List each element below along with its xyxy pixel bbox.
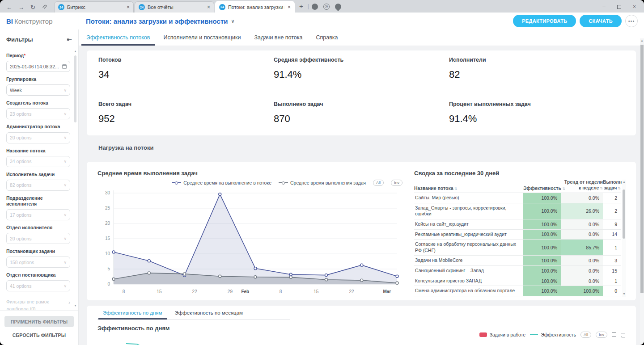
page-scrollbar[interactable]: ▲ — [640, 38, 644, 345]
tab-close-icon[interactable]: × — [127, 4, 130, 10]
history-clock-icon[interactable]: ◷ — [323, 4, 330, 10]
close-button[interactable]: × — [633, 4, 636, 9]
column-header-flow-name[interactable]: Название потока⇅ — [414, 185, 523, 191]
sort-icon[interactable]: ⇅ — [454, 187, 458, 191]
data-point[interactable] — [148, 272, 150, 274]
app-header: BIКонструктор Потоки: анализ загрузки и … — [0, 13, 644, 29]
table-row[interactable]: Консультации юристов ЗАПАД 100.0% 0.0% 1 — [414, 276, 621, 286]
link-icon[interactable] — [42, 4, 47, 10]
column-header-done[interactable]: Выполнено задач⇅ — [603, 179, 621, 191]
data-point[interactable] — [148, 260, 150, 262]
report-title[interactable]: Потоки: анализ загрузки и эффективности … — [86, 17, 235, 25]
column-header-trend[interactable]: Тренд от недели к неделе⇅ — [561, 179, 603, 191]
data-point[interactable] — [396, 275, 398, 278]
sort-icon[interactable]: ⇅ — [618, 186, 621, 190]
period-input[interactable]: 2025-01-06T14:08:32... — [6, 61, 70, 72]
data-point[interactable] — [112, 278, 115, 280]
browser-tab-reports[interactable]: 24 Все отчёты × — [135, 1, 214, 13]
table-row[interactable]: Смена администратора на облачном портале… — [414, 286, 621, 296]
legend-item-tasks-in-progress[interactable]: Задачи в работе — [479, 332, 526, 337]
table-scrollbar[interactable]: ▲ ▼ — [622, 180, 626, 297]
kpi-panel: Потоков 34 Средняя эффективность 91.4% И… — [87, 50, 636, 135]
minimize-button[interactable]: – — [602, 4, 606, 9]
tab-flows-effectiveness[interactable]: Эффективность потоков — [80, 29, 157, 46]
refresh-icon[interactable]: ↻ — [30, 4, 35, 10]
filter-select[interactable]: 41 options ∨ — [6, 280, 70, 291]
collapse-sidebar-icon[interactable]: ⇤ — [67, 36, 72, 43]
data-point[interactable] — [325, 274, 328, 277]
tab-performers-creators[interactable]: Исполнители и постановщики — [157, 29, 247, 46]
legend-all-button[interactable]: All — [373, 180, 384, 186]
table-row[interactable]: Запад_Смарты - запросы, корректировки, о… — [414, 203, 621, 219]
tab-close-icon[interactable]: × — [288, 4, 291, 10]
box-select-icon[interactable] — [612, 332, 616, 337]
tab-close-icon[interactable]: × — [207, 4, 210, 10]
back-icon[interactable]: ← — [6, 4, 12, 10]
scroll-up-icon[interactable]: ▲ — [640, 38, 644, 42]
apply-filters-button[interactable]: ПРИМЕНИТЬ ФИЛЬТРЫ — [4, 316, 74, 327]
table-row[interactable]: Рекламные креативы_юридический аудит 100… — [414, 230, 621, 240]
scrollbar-thumb[interactable] — [640, 45, 644, 293]
table-row[interactable]: Санкционный скрининг – Запад 100.0% 0.0%… — [414, 266, 621, 276]
legend-item-effectiveness[interactable]: Эффективность — [530, 332, 576, 337]
data-point[interactable] — [219, 193, 221, 196]
filter-select[interactable]: 20 options ∨ — [6, 233, 70, 244]
legend-all-button[interactable]: All — [580, 332, 591, 338]
scroll-down-icon[interactable]: ▼ — [73, 303, 77, 307]
filter-select[interactable]: 17 options ∨ — [6, 209, 70, 220]
legend-inv-button[interactable]: Inv — [596, 332, 607, 338]
lasso-select-icon[interactable] — [621, 333, 625, 337]
scroll-up-icon[interactable]: ▲ — [73, 49, 77, 53]
sort-icon[interactable]: ⇅ — [600, 186, 603, 190]
profile-icon[interactable] — [312, 4, 318, 10]
table-row[interactable]: Кейсы на сайт_юр.аудит 100.0% 0.0% 9 — [414, 219, 621, 230]
new-tab-button[interactable]: + — [296, 2, 308, 13]
forward-icon[interactable]: → — [18, 4, 24, 10]
legend-item-task-time[interactable]: Среднее время выполнения задач — [279, 180, 366, 185]
scrollbar-thumb[interactable] — [74, 55, 76, 122]
legend-item-flow-time[interactable]: Среднее время на выполнение в потоке — [172, 180, 271, 185]
data-point[interactable] — [254, 267, 257, 270]
scrollbar-thumb[interactable] — [623, 189, 625, 239]
filter-select[interactable]: 20 options ∨ — [6, 132, 70, 143]
data-point[interactable] — [254, 276, 257, 278]
filter-select[interactable]: 23 options ∨ — [6, 108, 70, 119]
data-point[interactable] — [183, 273, 186, 275]
table-row[interactable]: Задачи на MobileCore 100.0% 0.0% 3 — [414, 256, 621, 266]
filter-select[interactable]: 82 options ∨ — [6, 180, 70, 191]
table-row[interactable]: Согласие на обработку персональных данны… — [414, 240, 621, 256]
column-header-efficiency[interactable]: Эффективность⇅ — [523, 185, 561, 191]
filter-select[interactable]: 34 options ∨ — [6, 156, 70, 167]
drop-icon[interactable] — [334, 2, 343, 11]
summary-table-body: Сайты. Мир (ревью) 100.0% 0.0% 2 Запад_С… — [414, 193, 621, 296]
data-point[interactable] — [289, 276, 292, 278]
tab-effectiveness-by-days[interactable]: Эффективность по дням — [97, 306, 168, 319]
data-point[interactable] — [360, 279, 363, 282]
browser-tab-bitrix[interactable]: 24 Битрикс × — [54, 1, 134, 13]
data-point[interactable] — [112, 251, 115, 253]
more-menu-button[interactable]: ••• — [625, 15, 638, 27]
calendar-icon[interactable] — [62, 64, 67, 69]
filter-value: 158 options — [10, 260, 62, 265]
data-point[interactable] — [360, 264, 363, 266]
browser-tab-flows-active[interactable]: 24 Потоки: анализ загрузки и эфф × — [215, 1, 295, 13]
maximize-button[interactable] — [617, 5, 621, 9]
grouping-select[interactable]: Week ∨ — [6, 84, 70, 96]
scroll-down-icon[interactable]: ▼ — [622, 292, 626, 296]
tab-tasks-outside-flow[interactable]: Задачи вне потока — [247, 29, 309, 46]
data-point[interactable] — [289, 273, 292, 276]
data-point[interactable] — [325, 278, 328, 281]
data-point[interactable] — [219, 275, 221, 278]
filter-select[interactable]: 158 options ∨ — [6, 257, 70, 268]
outer-filters-link[interactable]: Фильтры вне рамок дашборда (0) › — [6, 299, 70, 310]
sidebar-scrollbar[interactable]: ▲ ▼ — [73, 49, 77, 307]
table-row[interactable]: Сайты. Мир (ревью) 100.0% 0.0% 2 — [414, 193, 621, 203]
download-button[interactable]: СКАЧАТЬ — [580, 15, 622, 27]
reset-filters-button[interactable]: СБРОСИТЬ ФИЛЬТРЫ — [13, 332, 66, 338]
legend-inv-button[interactable]: Inv — [391, 180, 402, 186]
data-point[interactable] — [396, 282, 398, 284]
tab-help[interactable]: Справка — [309, 29, 344, 46]
edit-button[interactable]: РЕДАКТИРОВАТЬ — [513, 15, 576, 27]
scroll-up-icon[interactable]: ▲ — [622, 180, 626, 184]
tab-effectiveness-by-months[interactable]: Эффективность по месяцам — [169, 306, 248, 319]
